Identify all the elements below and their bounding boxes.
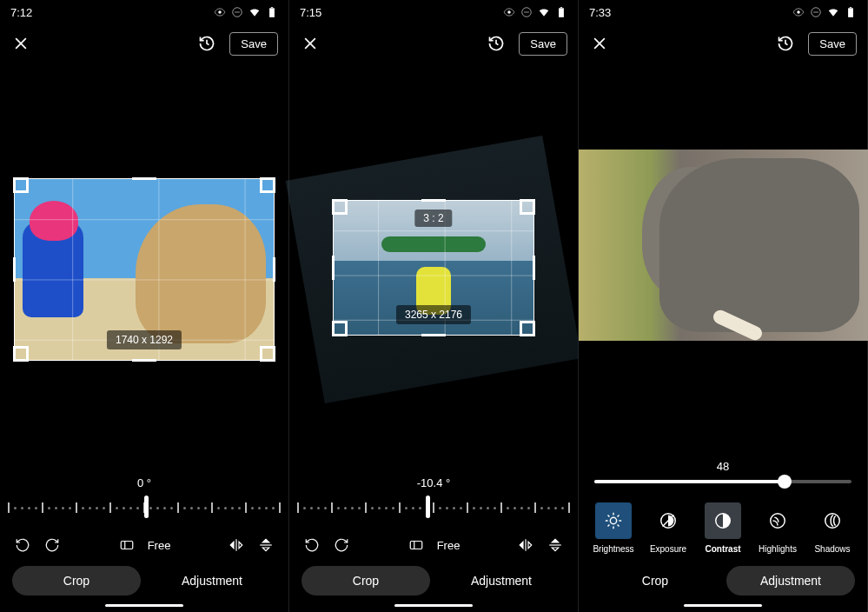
chip-label: Highlights: [759, 544, 797, 554]
crop-handle-tr[interactable]: [520, 199, 535, 215]
crop-handle-tr[interactable]: [260, 177, 275, 193]
crop-handle-left[interactable]: [13, 257, 16, 282]
history-icon: [487, 35, 505, 52]
flip-h-icon: [229, 537, 244, 553]
adjustment-slider-block: 48: [579, 460, 867, 502]
flip-vertical-button[interactable]: [257, 536, 275, 554]
slider-knob[interactable]: [778, 475, 792, 489]
undo-history-button[interactable]: [775, 33, 796, 54]
crop-handle-bl[interactable]: [13, 346, 29, 362]
crop-box[interactable]: 3 : 2 3265 x 2176: [333, 200, 534, 336]
eye-icon: [503, 6, 515, 18]
close-button[interactable]: [300, 33, 321, 54]
undo-history-button[interactable]: [486, 33, 507, 54]
status-icons: [214, 6, 278, 18]
shadows-icon: [823, 511, 842, 530]
chip-shadows[interactable]: Shadows: [806, 502, 858, 554]
crop-handle-bottom[interactable]: [421, 334, 446, 336]
crop-handle-top[interactable]: [421, 199, 446, 202]
rotation-knob[interactable]: [144, 496, 149, 518]
tab-adjustment[interactable]: Adjustment: [726, 566, 855, 595]
tab-crop[interactable]: Crop: [12, 566, 141, 595]
rotation-knob[interactable]: [426, 496, 430, 518]
editor-header: Save: [0, 24, 288, 63]
battery-icon: [555, 6, 567, 18]
aspect-ratio-label: Free: [148, 539, 171, 552]
crop-handle-right[interactable]: [273, 257, 275, 282]
crop-handle-tl[interactable]: [13, 177, 29, 193]
crop-handle-bl[interactable]: [332, 321, 348, 336]
flip-horizontal-button[interactable]: [517, 536, 534, 554]
rotation-value: 0 °: [12, 476, 276, 489]
crop-handle-top[interactable]: [132, 177, 156, 180]
aspect-ratio-button[interactable]: [407, 536, 425, 554]
screen-crop-rotated: 7:15 Save: [289, 0, 579, 612]
adjustment-chips: Brightness Exposure Contrast Highlights …: [579, 502, 867, 557]
rotation-ruler[interactable]: [12, 493, 276, 522]
battery-icon: [845, 6, 857, 18]
crop-dimensions-badge: 1740 x 1292: [107, 330, 182, 349]
aspect-ratio-button[interactable]: [118, 536, 136, 554]
rotate-cw-button[interactable]: [333, 536, 350, 554]
status-bar: 7:33: [579, 0, 867, 24]
crop-handle-left[interactable]: [332, 256, 335, 280]
flip-v-icon: [547, 537, 563, 553]
crop-handle-right[interactable]: [533, 256, 535, 280]
crop-handle-br[interactable]: [260, 346, 275, 362]
status-bar: 7:15: [289, 0, 578, 24]
close-icon: [301, 35, 319, 52]
flip-vertical-button[interactable]: [547, 536, 564, 554]
crop-box[interactable]: 1740 x 1292: [14, 178, 275, 361]
dnd-icon: [520, 6, 533, 18]
adjustment-slider[interactable]: [594, 480, 851, 483]
chip-label: Shadows: [814, 544, 850, 554]
rotate-cw-icon: [334, 537, 349, 553]
dnd-icon: [231, 6, 243, 18]
editor-header: Save: [579, 24, 867, 63]
chip-label: Brightness: [593, 544, 633, 554]
close-button[interactable]: [589, 33, 610, 54]
crop-toolbar: Free: [0, 529, 288, 557]
exposure-icon: [659, 511, 678, 530]
chip-exposure[interactable]: Exposure: [642, 502, 694, 554]
svg-rect-17: [850, 7, 851, 8]
svg-rect-3: [271, 7, 273, 8]
chip-brightness[interactable]: Brightness: [587, 502, 639, 554]
editor-canvas[interactable]: 3 : 2 3265 x 2176: [289, 63, 578, 476]
save-button[interactable]: Save: [808, 32, 857, 56]
crop-ratio-badge: 3 : 2: [414, 210, 452, 227]
rotation-ruler[interactable]: [301, 493, 566, 522]
svg-point-0: [218, 10, 222, 14]
rotate-cw-button[interactable]: [43, 536, 61, 554]
status-icons: [792, 6, 857, 18]
undo-history-button[interactable]: [196, 33, 217, 54]
svg-rect-10: [560, 7, 562, 8]
crop-handle-tl[interactable]: [332, 199, 348, 215]
save-button[interactable]: Save: [519, 32, 567, 56]
chip-contrast[interactable]: Contrast: [697, 502, 749, 554]
crop-handle-bottom[interactable]: [132, 359, 156, 362]
rotate-ccw-button[interactable]: [303, 536, 321, 554]
aspect-ratio-label: Free: [437, 539, 461, 552]
tab-adjustment[interactable]: Adjustment: [437, 566, 566, 595]
rotation-control: -10.4 °: [289, 476, 578, 529]
screen-adjustment: 7:33 Save 48: [579, 0, 868, 612]
tab-adjustment[interactable]: Adjustment: [148, 566, 276, 595]
rotate-ccw-button[interactable]: [14, 536, 31, 554]
crop-handle-br[interactable]: [520, 321, 535, 336]
tab-crop[interactable]: Crop: [301, 566, 430, 595]
flip-horizontal-button[interactable]: [228, 536, 245, 554]
chip-label: Contrast: [705, 544, 740, 554]
svg-point-7: [507, 10, 511, 14]
editor-canvas[interactable]: 1740 x 1292: [0, 63, 288, 476]
crop-dimensions-badge: 3265 x 2176: [396, 305, 471, 324]
rotation-value: -10.4 °: [301, 476, 566, 489]
close-button[interactable]: [10, 33, 31, 54]
chip-highlights[interactable]: Highlights: [752, 502, 804, 554]
tab-crop[interactable]: Crop: [591, 566, 719, 595]
home-indicator: [105, 604, 183, 607]
save-button[interactable]: Save: [229, 32, 278, 56]
mode-tabs: Crop Adjustment: [0, 557, 288, 601]
mode-tabs: Crop Adjustment: [579, 557, 867, 601]
editor-canvas[interactable]: [579, 63, 867, 460]
